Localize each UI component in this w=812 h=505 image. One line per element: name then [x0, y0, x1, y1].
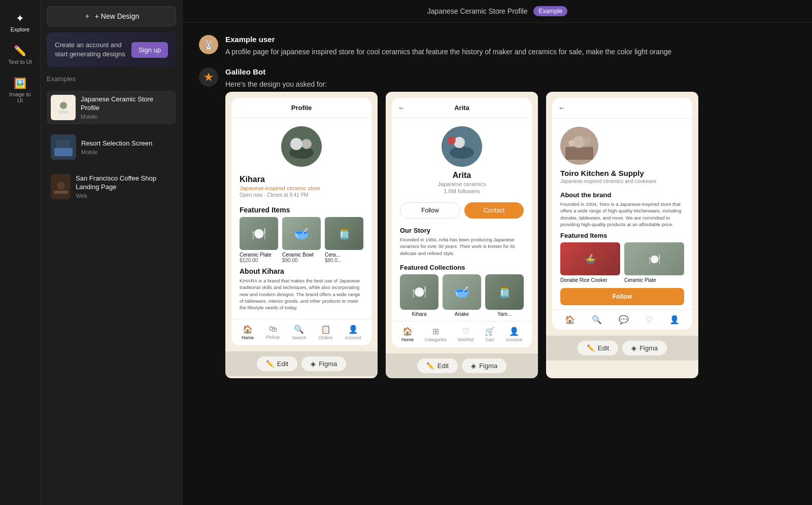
- home-icon-arita: 🏠: [402, 327, 413, 336]
- kihara-figma-label: Figma: [319, 360, 337, 368]
- user-name: Example user: [225, 35, 671, 44]
- chat-area: 🐰 Example user A profile page for japane…: [183, 23, 812, 505]
- toiro-edit-button[interactable]: ✏️ Edit: [578, 341, 618, 355]
- kihara-card-actions: ✏️ Edit ◈ Figma: [225, 351, 378, 376]
- mobile-screen-arita: ← Arita: [392, 98, 532, 347]
- toiro-profile-name: Toiro Kitchen & Supply: [560, 169, 644, 177]
- heart-icon-toiro: ♡: [646, 315, 653, 324]
- cart-icon: 🛒: [485, 327, 495, 336]
- arita-collection-1-name: Kihara: [400, 311, 438, 317]
- svg-point-16: [448, 136, 456, 145]
- toiro-nav-chat[interactable]: 💬: [619, 315, 629, 324]
- user-message: 🐰 Example user A profile page for japane…: [199, 35, 796, 57]
- arita-title: Arita: [454, 104, 469, 112]
- toiro-header: ←: [552, 98, 692, 119]
- kihara-edit-button[interactable]: ✏️ Edit: [257, 356, 297, 371]
- svg-point-12: [301, 139, 312, 149]
- kihara-about-text: KIHARA is a brand that makes the best us…: [240, 277, 363, 311]
- toiro-featured-title: Featured Items: [552, 228, 692, 242]
- toiro-nav-home[interactable]: 🏠: [565, 315, 575, 324]
- bot-name: Galileo Bot: [225, 67, 698, 76]
- arita-nav-account[interactable]: 👤 Account: [506, 327, 523, 342]
- design-card-toiro: ←: [546, 92, 698, 378]
- kihara-nav-pickup[interactable]: 🛍 Pickup: [266, 324, 280, 340]
- orders-icon: 📋: [321, 324, 331, 334]
- kihara-item-2-img: 🥣: [282, 217, 321, 250]
- bot-message-content: Galileo Bot Here's the design you asked …: [225, 67, 698, 378]
- figma-icon: ◈: [311, 360, 316, 368]
- toiro-profile-circle: [560, 127, 598, 165]
- kihara-desc: Japanese-inspired ceramic store: [240, 185, 363, 191]
- toiro-item-1-img: 🍲: [560, 242, 620, 275]
- arita-profile-name: Arita: [453, 171, 471, 180]
- kihara-header: Profile: [231, 98, 371, 118]
- svg-point-14: [450, 147, 474, 159]
- kihara-items-row: 🍽️ Ceramic Plate $120.00 🥣 Ceramic Bowl …: [231, 217, 371, 263]
- wishlist-icon: ♡: [462, 327, 469, 336]
- example-item-resort[interactable]: Resort Selection Screen Mobile: [47, 130, 176, 164]
- figma-icon-arita: ◈: [471, 362, 476, 370]
- sidebar-item-image-to-ui[interactable]: 🖼️ Image to UI: [3, 73, 38, 107]
- arita-nav-wishlist[interactable]: ♡ Wishlist: [458, 327, 473, 342]
- kihara-nav-search[interactable]: 🔍 Search: [292, 324, 307, 340]
- arita-profile-circle: [442, 126, 482, 167]
- arita-collection-3: 🫙 Yam...: [485, 274, 524, 317]
- example-title-coffee: San Francisco Coffee Shop Landing Page: [76, 174, 172, 192]
- arita-nav-home[interactable]: 🏠 Home: [401, 327, 414, 342]
- figma-icon-toiro: ◈: [631, 344, 636, 352]
- kihara-profile-circle: [281, 126, 322, 167]
- example-item-coffee[interactable]: San Francisco Coffee Shop Landing Page W…: [47, 170, 176, 203]
- kihara-about-title: About Kihara: [240, 267, 363, 275]
- categories-icon: ⊞: [432, 327, 439, 336]
- kihara-item-1-price: $120.00: [240, 258, 278, 263]
- kihara-edit-label: Edit: [277, 360, 288, 368]
- kihara-item-2-price: $90.00: [282, 258, 321, 263]
- topbar-title: Japanese Ceramic Store Profile: [427, 7, 528, 15]
- toiro-nav-search[interactable]: 🔍: [592, 315, 602, 324]
- explore-icon: ✦: [16, 12, 24, 24]
- toiro-figma-button[interactable]: ◈ Figma: [622, 341, 667, 355]
- plus-icon: ＋: [84, 12, 91, 21]
- toiro-nav-profile[interactable]: 👤: [669, 315, 680, 324]
- middle-panel: ＋ + New Design Create an account and sta…: [41, 0, 183, 505]
- kihara-nav-orders[interactable]: 📋 Orders: [319, 324, 333, 340]
- bot-avatar: [199, 67, 218, 87]
- example-badge-coffee: Web: [76, 193, 172, 199]
- sidebar-item-text-to-ui[interactable]: ✏️ Text to UI: [3, 41, 38, 69]
- toiro-item-2-name: Ceramic Plate: [624, 277, 684, 283]
- design-card-toiro-inner: ←: [546, 92, 698, 336]
- toiro-nav-heart[interactable]: ♡: [646, 315, 653, 324]
- toiro-figma-label: Figma: [639, 344, 658, 352]
- arita-follow-button[interactable]: Follow: [400, 202, 460, 219]
- sidebar-item-explore[interactable]: ✦ Explore: [3, 8, 38, 37]
- design-card-kihara: Profile: [225, 92, 378, 378]
- arita-nav-categories[interactable]: ⊞ Categories: [425, 327, 447, 342]
- arita-bottom-nav: 🏠 Home ⊞ Categories ♡ W: [392, 321, 532, 347]
- kihara-nav-account[interactable]: 👤 Account: [345, 324, 361, 340]
- sidebar-item-image-label: Image to UI: [7, 91, 34, 103]
- kihara-about-section: About Kihara KIHARA is a brand that make…: [231, 263, 371, 315]
- signup-button[interactable]: Sign up: [131, 42, 168, 58]
- toiro-follow-button[interactable]: Follow: [560, 288, 684, 305]
- arita-nav-cart[interactable]: 🛒 Cart: [485, 327, 495, 342]
- kihara-figma-button[interactable]: ◈ Figma: [301, 356, 346, 371]
- signup-card-text: Create an account and start generating d…: [55, 41, 127, 59]
- example-thumbnail-coffee: [51, 174, 71, 199]
- example-item-japanese[interactable]: Japanese Ceramic Store Profile Mobile: [47, 91, 176, 124]
- toiro-about-title: About the brand: [552, 188, 692, 201]
- new-design-button[interactable]: ＋ + New Design: [47, 6, 176, 26]
- arita-back-arrow[interactable]: ←: [398, 104, 405, 112]
- kihara-profile-image-area: [231, 118, 371, 171]
- search-icon-toiro: 🔍: [592, 315, 602, 324]
- edit-icon-toiro: ✏️: [587, 344, 595, 352]
- design-cards-row: Profile: [225, 92, 698, 378]
- kihara-nav-home[interactable]: 🏠 Home: [242, 324, 254, 340]
- svg-point-20: [583, 137, 591, 145]
- arita-edit-button[interactable]: ✏️ Edit: [417, 358, 458, 373]
- image-to-ui-icon: 🖼️: [14, 77, 26, 89]
- examples-label: Examples: [47, 73, 176, 85]
- arita-contact-button[interactable]: Contact: [464, 202, 524, 219]
- arita-figma-button[interactable]: ◈ Figma: [462, 358, 506, 373]
- toiro-back-arrow[interactable]: ←: [558, 104, 565, 112]
- toiro-profile-sub: Japanese-inspired ceramics and cookware: [560, 178, 657, 184]
